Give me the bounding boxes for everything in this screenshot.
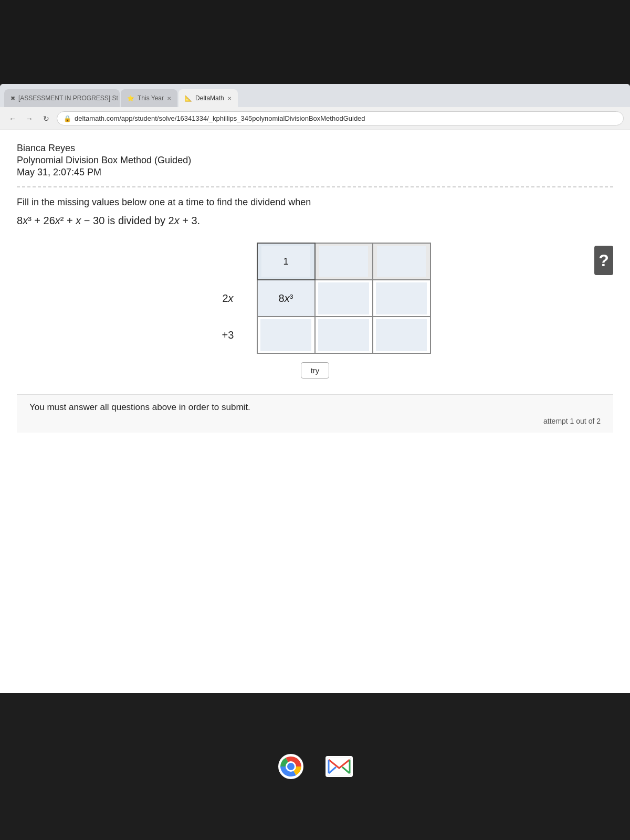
row2-col1[interactable] xyxy=(257,317,315,353)
tab-deltamath[interactable]: 📐 DeltaMath ✕ xyxy=(178,89,238,107)
row1-col3[interactable] xyxy=(373,280,430,317)
page-header: Bianca Reyes Polynomial Division Box Met… xyxy=(17,143,613,178)
forward-button[interactable]: → xyxy=(23,112,36,125)
tab-deltamath-label: DeltaMath xyxy=(195,94,224,102)
tab-thisyear-icon: ⭐ xyxy=(127,95,134,102)
row2-col3-input[interactable] xyxy=(376,319,427,351)
header-input-col1[interactable] xyxy=(257,243,315,280)
row2-col2[interactable] xyxy=(315,317,373,353)
svg-rect-3 xyxy=(328,758,351,775)
tab-assessment[interactable]: ✖ [ASSESSMENT IN PROGRESS] St ✕ xyxy=(4,89,120,107)
address-bar[interactable]: 🔒 deltamath.com/app/student/solve/163413… xyxy=(57,111,624,125)
back-button[interactable]: ← xyxy=(6,112,19,125)
table-row-2: +3 xyxy=(200,317,430,353)
try-button-row: try xyxy=(301,362,330,379)
row1-col1: 8x³ xyxy=(257,280,315,317)
help-button[interactable]: ? xyxy=(594,246,613,275)
header-input-field-col3[interactable] xyxy=(377,246,426,277)
bottom-info: You must answer all questions above in o… xyxy=(17,394,613,433)
gmail-svg xyxy=(328,758,351,775)
row2-col2-input[interactable] xyxy=(318,319,369,351)
box-table: 2x 8x³ +3 xyxy=(200,243,431,354)
address-bar-row: ← → ↻ 🔒 deltamath.com/app/student/solve/… xyxy=(0,107,630,130)
header-input-field-col2[interactable] xyxy=(319,246,369,277)
refresh-button[interactable]: ↻ xyxy=(40,112,52,125)
row2-label: +3 xyxy=(200,317,257,353)
row2-col3[interactable] xyxy=(373,317,430,353)
browser-window: ✖ [ASSESSMENT IN PROGRESS] St ✕ ⭐ This Y… xyxy=(0,84,630,693)
datetime: May 31, 2:07:45 PM xyxy=(17,167,613,178)
tab-deltamath-close[interactable]: ✕ xyxy=(227,96,232,101)
must-answer-text: You must answer all questions above in o… xyxy=(29,402,601,413)
table-header-row xyxy=(200,243,430,280)
header-input-col3[interactable] xyxy=(373,243,430,280)
tab-bar: ✖ [ASSESSMENT IN PROGRESS] St ✕ ⭐ This Y… xyxy=(0,84,630,107)
help-symbol: ? xyxy=(598,251,609,270)
box-method-container: 2x 8x³ +3 xyxy=(17,243,613,379)
page-content: ? Bianca Reyes Polynomial Division Box M… xyxy=(0,130,630,693)
table-row-1: 2x 8x³ xyxy=(200,280,430,317)
address-text: deltamath.com/app/student/solve/16341334… xyxy=(75,114,365,122)
tab-thisyear-close[interactable]: ✕ xyxy=(167,96,171,101)
math-expression: 8x³ + 26x² + x − 30 is divided by 2x + 3… xyxy=(17,213,613,228)
header-input-col2[interactable] xyxy=(315,243,373,280)
bottom-bezel xyxy=(0,693,630,840)
row1-col3-input[interactable] xyxy=(376,282,427,314)
section-divider xyxy=(17,186,613,187)
top-bezel xyxy=(0,0,630,84)
student-name: Bianca Reyes xyxy=(17,143,613,154)
lock-icon: 🔒 xyxy=(64,115,71,122)
row2-col1-input[interactable] xyxy=(260,319,311,351)
row1-col2-input[interactable] xyxy=(318,282,369,314)
corner-cell xyxy=(200,243,257,280)
question-line1: Fill in the missing values below one at … xyxy=(17,196,613,209)
chrome-icon[interactable] xyxy=(277,753,304,780)
tab-assessment-label: [ASSESSMENT IN PROGRESS] St xyxy=(18,94,118,102)
row1-label: 2x xyxy=(200,280,257,317)
header-input-field-col1[interactable] xyxy=(261,246,311,277)
row1-col2[interactable] xyxy=(315,280,373,317)
try-button[interactable]: try xyxy=(301,362,330,379)
svg-point-2 xyxy=(287,763,295,770)
tab-assessment-icon: ✖ xyxy=(10,95,15,102)
tab-deltamath-icon: 📐 xyxy=(185,95,192,102)
gmail-icon[interactable] xyxy=(326,756,353,777)
assignment-title: Polynomial Division Box Method (Guided) xyxy=(17,155,613,166)
chrome-svg xyxy=(278,754,303,779)
attempt-text: attempt 1 out of 2 xyxy=(29,417,601,425)
tab-thisyear-label: This Year xyxy=(138,94,164,102)
tab-thisyear[interactable]: ⭐ This Year ✕ xyxy=(121,89,177,107)
